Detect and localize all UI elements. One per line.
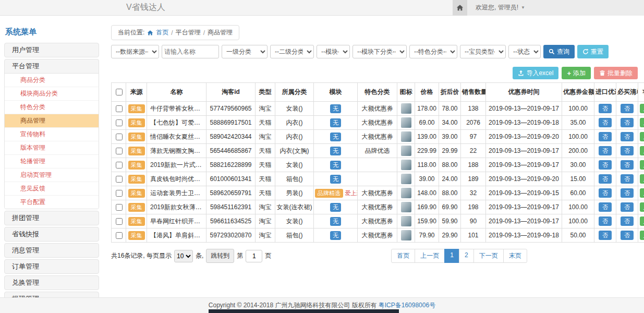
filter-select[interactable]: --特色分类-- bbox=[409, 45, 457, 58]
import-optimal-toggle[interactable]: 否 bbox=[599, 160, 612, 170]
filter-select[interactable]: --数据来源-- bbox=[111, 45, 159, 58]
status-button[interactable]: 上架 bbox=[640, 216, 644, 226]
filter-select[interactable]: --模块下分类-- bbox=[353, 45, 407, 58]
import-optimal-toggle[interactable]: 否 bbox=[599, 146, 612, 155]
page-button[interactable]: 2 bbox=[459, 249, 474, 263]
type-cell: 天猫 bbox=[256, 186, 275, 200]
row-checkbox[interactable] bbox=[116, 190, 123, 197]
must-buy-toggle[interactable]: 否 bbox=[621, 202, 634, 212]
product-name: 情侣睡衣女夏丝绸男士... bbox=[147, 130, 206, 144]
per-page-select[interactable]: 10 bbox=[174, 250, 193, 262]
filter-select[interactable]: --模块-- bbox=[317, 45, 350, 58]
row-checkbox[interactable] bbox=[116, 105, 123, 112]
sidebar-group: 平台管理商品分类模块商品分类特色分类商品管理宣传物料版本管理轮播管理启动页管理意… bbox=[4, 59, 99, 209]
coupon-amount-cell: 100.00 bbox=[562, 102, 594, 116]
sidebar-item[interactable]: 平台管理 bbox=[5, 59, 99, 73]
filter-select[interactable]: --状态-- bbox=[508, 45, 541, 58]
page-button[interactable]: 上一页 bbox=[415, 249, 445, 263]
import-optimal-toggle[interactable]: 否 bbox=[599, 118, 612, 127]
sidebar-subitem[interactable]: 模块商品分类 bbox=[5, 87, 99, 101]
sidebar-subitem[interactable]: 轮播管理 bbox=[5, 155, 99, 168]
must-buy-toggle[interactable]: 否 bbox=[621, 118, 634, 127]
jump-button[interactable]: 跳转到 bbox=[206, 249, 234, 263]
home-button[interactable] bbox=[453, 0, 467, 16]
row-checkbox[interactable] bbox=[116, 119, 123, 126]
name-filter-input[interactable] bbox=[162, 45, 219, 58]
category-cell: 女装(连衣裙) bbox=[275, 200, 314, 214]
status-button[interactable]: 上架 bbox=[640, 104, 644, 113]
status-button[interactable]: 上架 bbox=[640, 118, 644, 127]
sidebar-subitem[interactable]: 平台配置 bbox=[5, 196, 99, 209]
sidebar-item[interactable]: 消息管理 bbox=[5, 244, 99, 257]
sidebar-item[interactable]: 订单管理 bbox=[5, 260, 99, 273]
must-buy-toggle[interactable]: 否 bbox=[621, 104, 634, 113]
import-optimal-toggle[interactable]: 否 bbox=[599, 104, 612, 113]
jump-page-input[interactable] bbox=[246, 250, 262, 262]
row-select-cell bbox=[112, 102, 126, 116]
sidebar-subitem[interactable]: 意见反馈 bbox=[5, 182, 99, 196]
sidebar-item[interactable]: 省钱快报 bbox=[5, 227, 99, 241]
filter-select[interactable]: 一级分类 bbox=[222, 45, 268, 58]
module-cell: 无 bbox=[314, 200, 358, 214]
sidebar-subitem[interactable]: 版本管理 bbox=[5, 141, 99, 155]
column-header: 来源 bbox=[126, 83, 147, 102]
row-checkbox[interactable] bbox=[116, 148, 123, 154]
row-checkbox[interactable] bbox=[116, 162, 123, 168]
must-buy-toggle[interactable]: 否 bbox=[621, 174, 634, 184]
welcome-menu[interactable]: 欢迎您, 管理员! ▼ bbox=[476, 3, 525, 12]
reset-button[interactable]: 重置 bbox=[577, 45, 609, 58]
column-header: 特色分类 bbox=[358, 83, 397, 102]
must-buy-toggle[interactable]: 否 bbox=[621, 132, 634, 141]
action-toolbar: 导入excel + 添加 批量删除 bbox=[111, 67, 638, 79]
row-checkbox[interactable] bbox=[116, 176, 123, 183]
status-button[interactable]: 上架 bbox=[640, 188, 644, 198]
must-buy-toggle[interactable]: 否 bbox=[621, 146, 634, 155]
sidebar-item[interactable]: 拼团管理 bbox=[5, 211, 99, 225]
status-button[interactable]: 上架 bbox=[640, 231, 644, 240]
breadcrumb-home-link[interactable]: 首页 bbox=[156, 28, 168, 37]
row-checkbox[interactable] bbox=[116, 134, 123, 140]
must-buy-toggle[interactable]: 否 bbox=[621, 160, 634, 170]
coupon-time-cell: 2019-09-13—2019-09-18 bbox=[486, 228, 562, 243]
batch-delete-button[interactable]: 批量删除 bbox=[594, 67, 638, 79]
filter-select[interactable]: --二级分类-- bbox=[270, 45, 314, 58]
status-button[interactable]: 上架 bbox=[640, 132, 644, 141]
must-buy-toggle[interactable]: 否 bbox=[621, 188, 634, 198]
status-cell: 上架 bbox=[638, 144, 644, 158]
import-optimal-toggle[interactable]: 否 bbox=[599, 174, 612, 184]
sidebar-subitem[interactable]: 宣传物料 bbox=[5, 128, 99, 141]
coupon-time-cell: 2019-09-13—2019-09-18 bbox=[486, 116, 562, 130]
row-checkbox[interactable] bbox=[116, 218, 123, 225]
row-checkbox[interactable] bbox=[116, 204, 123, 211]
icp-link[interactable]: 粤ICP备16098006号 bbox=[379, 301, 435, 310]
row-checkbox[interactable] bbox=[116, 232, 123, 239]
page-button[interactable]: 首页 bbox=[391, 249, 415, 263]
filter-select[interactable]: --宝贝类型-- bbox=[460, 45, 506, 58]
status-button[interactable]: 上架 bbox=[640, 174, 644, 184]
add-button[interactable]: + 添加 bbox=[562, 67, 591, 79]
feature-cell: 大额优惠券 bbox=[358, 116, 397, 130]
sidebar-subitem[interactable]: 商品分类 bbox=[5, 74, 99, 87]
status-button[interactable]: 上架 bbox=[640, 146, 644, 155]
page-button[interactable]: 下一页 bbox=[473, 249, 504, 263]
page-button[interactable]: 1 bbox=[444, 249, 459, 263]
page-button[interactable]: 末页 bbox=[503, 249, 527, 263]
sidebar-subitem[interactable]: 特色分类 bbox=[5, 101, 99, 114]
sidebar-subitem[interactable]: 启动页管理 bbox=[5, 168, 99, 182]
must-buy-toggle[interactable]: 否 bbox=[621, 231, 634, 240]
sidebar-item[interactable]: 兑换管理 bbox=[5, 276, 99, 290]
sidebar-subitem[interactable]: 商品管理 bbox=[5, 114, 99, 128]
refresh-icon bbox=[582, 49, 589, 55]
search-button[interactable]: 查询 bbox=[543, 45, 575, 58]
sidebar-item[interactable]: 用户管理 bbox=[5, 43, 99, 57]
import-optimal-toggle[interactable]: 否 bbox=[599, 202, 612, 212]
must-buy-toggle[interactable]: 否 bbox=[621, 216, 634, 226]
status-button[interactable]: 上架 bbox=[640, 160, 644, 170]
import-optimal-toggle[interactable]: 否 bbox=[599, 231, 612, 240]
select-all-checkbox[interactable] bbox=[116, 89, 123, 95]
import-optimal-toggle[interactable]: 否 bbox=[599, 188, 612, 198]
import-optimal-toggle[interactable]: 否 bbox=[599, 216, 612, 226]
import-optimal-toggle[interactable]: 否 bbox=[599, 132, 612, 141]
status-button[interactable]: 上架 bbox=[640, 202, 644, 212]
import-excel-button[interactable]: 导入excel bbox=[513, 67, 558, 79]
